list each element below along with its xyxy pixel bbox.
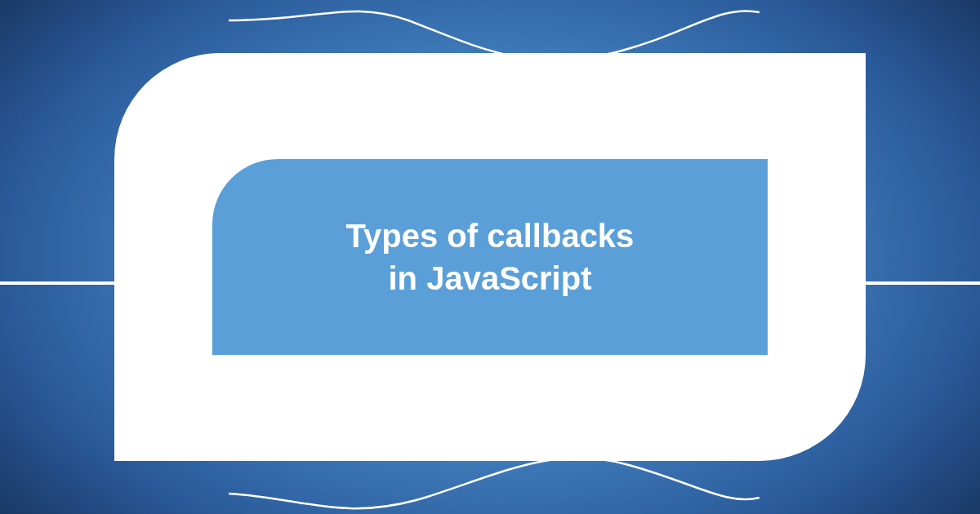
- title-line-1: Types of callbacks: [346, 215, 635, 257]
- title-panel: Types of callbacks in JavaScript: [212, 159, 768, 355]
- title-line-2: in JavaScript: [346, 257, 635, 299]
- title-heading: Types of callbacks in JavaScript: [346, 215, 635, 299]
